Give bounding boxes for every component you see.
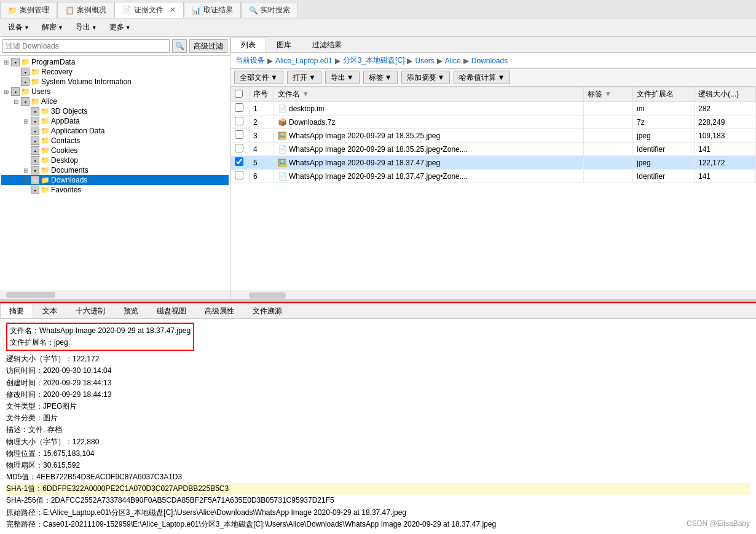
search-button[interactable]: 🔍 [172,39,187,53]
breadcrumb-downloads[interactable]: Downloads [471,57,508,65]
select-all-checkbox[interactable] [235,90,243,98]
breadcrumb-partition[interactable]: 分区3_本地磁盘[C] [343,55,405,66]
hash-calc-label: 哈希值计算 [459,73,496,83]
tree-checkbox[interactable]: ▪ [31,107,39,116]
all-files-btn[interactable]: 全部文件 ▼ [234,71,283,84]
tree-item-label: Downloads [51,176,87,184]
tree-checkbox[interactable]: ▪ [31,166,39,175]
tree-checkbox[interactable]: ▪ [31,186,39,194]
tree-item[interactable]: ⊞▪📁AppData [1,116,229,126]
table-row[interactable]: 6 📄WhatsApp Image 2020-09-29 at 18.37.47… [231,170,756,183]
evidence-file-icon: 📄 [122,6,132,14]
tree-h-scrollbar[interactable] [0,291,230,299]
table-row[interactable]: 2 📦Downloads.7z 7z 228,249 [231,116,756,129]
row-filename: 🖼️WhatsApp Image 2020-09-29 at 18.37.47.… [274,156,584,170]
tree-checkbox[interactable]: ▪ [21,77,30,86]
tree-item-label: Recovery [41,68,73,76]
tree-item[interactable]: ▪📁Desktop [1,155,229,165]
table-row[interactable]: 1 📄desktop.ini ini 282 [231,102,756,116]
open-dropdown: ▼ [309,73,316,82]
file-table-container[interactable]: 序号 文件名 ▼ 标签 ▼ 文件扩展名 逻辑大小(...) 1 📄desktop… [230,87,756,291]
tab-evidence-file[interactable]: 📄 证据文件 ✕ [114,2,184,18]
tree-checkbox[interactable]: ▪ [31,117,39,125]
tree-checkbox[interactable]: ▪ [31,156,39,165]
tree-item[interactable]: ▪📁Recovery [1,67,229,77]
tree-item[interactable]: ▪📁3D Objects [1,106,229,116]
open-btn[interactable]: 打开 ▼ [287,71,321,84]
bottom-tab-advanced[interactable]: 高级属性 [195,304,243,318]
tree-item[interactable]: ⊞▪📁Users [1,87,229,96]
tree-checkbox[interactable]: ▪ [21,68,30,76]
subtab-gallery[interactable]: 图库 [266,37,302,52]
tree-checkbox[interactable]: ▪ [31,127,39,135]
row-checkbox-cell[interactable] [231,156,250,170]
breadcrumb-users[interactable]: Users [415,57,434,65]
tab-verify-result[interactable]: 📊 取证结果 [184,2,241,18]
advanced-filter-btn[interactable]: 高级过滤 [189,39,227,53]
tag-btn[interactable]: 标签 ▼ [363,71,398,84]
tree-item[interactable]: ▪📁Favorites [1,185,229,195]
export-dropdown: ▼ [347,73,354,82]
tree-checkbox[interactable]: ▪ [31,176,39,184]
tree-checkbox[interactable]: ▪ [21,97,30,106]
tree-container[interactable]: ⊞▪📁ProgramData ▪📁Recovery ▪📁System Volum… [0,56,230,291]
more-btn[interactable]: 更多 ▼ [104,20,136,35]
tab-case-mgmt[interactable]: 📁 案例管理 [0,2,57,18]
row-checkbox-cell[interactable] [231,116,250,129]
decode-btn[interactable]: 解密 ▼ [36,20,69,35]
tree-item[interactable]: ▪📁Contacts [1,136,229,146]
tree-item[interactable]: ⊞▪📁Documents [1,165,229,175]
bottom-tab-file-trace[interactable]: 文件溯源 [243,304,291,318]
tree-checkbox[interactable]: ▪ [11,87,20,96]
row-checkbox[interactable] [235,130,243,139]
subtab-list[interactable]: 列表 [230,37,266,52]
export-btn[interactable]: 导出 ▼ [70,20,103,35]
table-row[interactable]: 4 📄WhatsApp Image 2020-09-29 at 18.35.25… [231,143,756,156]
bottom-tab-preview[interactable]: 预览 [114,304,148,318]
tree-item-label: 3D Objects [51,107,87,116]
watermark: CSDN @ElisaBaby [687,519,750,528]
subtab-filter-result[interactable]: 过滤结果 [302,37,352,52]
table-row[interactable]: 3 🖼️WhatsApp Image 2020-09-29 at 18.35.2… [231,129,756,143]
row-checkbox[interactable] [235,171,243,179]
tree-item[interactable]: ⊟▪📁Alice [1,96,229,106]
device-btn[interactable]: 设备 ▼ [2,20,35,35]
breadcrumb-device[interactable]: 当前设备 [235,55,265,66]
bottom-tab-summary[interactable]: 摘要 [0,304,33,318]
bottom-tab-hex[interactable]: 十六进制 [66,304,114,318]
row-checkbox[interactable] [235,157,243,166]
tree-item[interactable]: ▪📁Application Data [1,126,229,136]
folder-icon: 📁 [41,156,50,165]
tree-item[interactable]: ▪📁System Volume Information [1,77,229,87]
row-size: 141 [695,170,756,183]
export-files-btn[interactable]: 导出 ▼ [325,71,360,84]
table-row[interactable]: 5 🖼️WhatsApp Image 2020-09-29 at 18.37.4… [231,156,756,170]
file-table-h-scroll[interactable] [230,291,756,299]
tree-item[interactable]: ▪📁Cookies [1,146,229,155]
tab-realtime-search[interactable]: 🔍 实时搜索 [241,2,298,18]
bottom-tab-disk-view[interactable]: 磁盘视图 [148,304,195,318]
col-tag: 标签 ▼ [584,87,633,102]
bottom-tab-preview-label: 预览 [124,307,138,315]
tree-checkbox[interactable]: ▪ [31,146,39,155]
tree-checkbox[interactable]: ▪ [11,58,20,66]
row-checkbox-cell[interactable] [231,129,250,143]
bottom-tab-text[interactable]: 文本 [33,304,66,318]
row-checkbox[interactable] [235,103,243,112]
tree-checkbox[interactable]: ▪ [31,136,39,145]
breadcrumb-alice[interactable]: Alice [445,57,461,65]
row-checkbox-cell[interactable] [231,102,250,116]
tab-evidence-file-close[interactable]: ✕ [170,6,176,14]
row-checkbox[interactable] [235,117,243,125]
row-checkbox[interactable] [235,144,243,152]
hash-calc-btn[interactable]: 哈希值计算 ▼ [454,71,510,84]
tree-item[interactable]: ⊞▪📁ProgramData [1,57,229,67]
add-summary-btn[interactable]: 添加摘要 ▼ [401,71,451,84]
col-check [231,87,250,102]
row-checkbox-cell[interactable] [231,143,250,156]
breadcrumb-e01[interactable]: Alice_Laptop.e01 [275,57,333,65]
row-checkbox-cell[interactable] [231,170,250,183]
search-input[interactable] [2,39,170,53]
tree-item[interactable]: ⊟▪📁Downloads [1,175,229,185]
tab-case-overview[interactable]: 📋 案例概况 [57,2,114,18]
